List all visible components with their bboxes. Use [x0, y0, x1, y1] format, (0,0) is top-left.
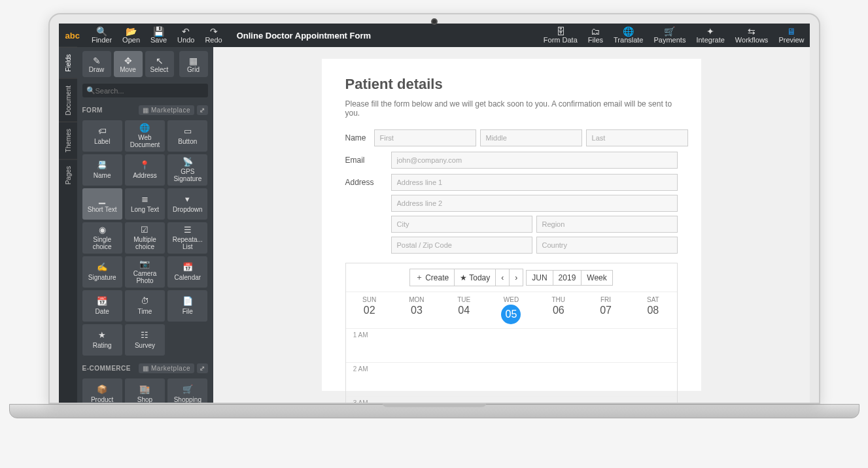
field-calendar[interactable]: 📅Calendar	[167, 256, 207, 288]
marketplace-button[interactable]: ▦ Marketplace	[139, 105, 194, 115]
redo-icon: ↷	[210, 27, 218, 36]
calendar-today-button[interactable]: ★Today	[455, 269, 496, 286]
field-address[interactable]: 📍Address	[125, 154, 165, 186]
calendar-year-button[interactable]: 2019	[553, 270, 582, 286]
search-input[interactable]	[95, 87, 204, 95]
input-postal-zip-code[interactable]	[391, 237, 532, 254]
field-survey[interactable]: ☷Survey	[125, 324, 165, 356]
star-icon: ★	[460, 273, 467, 282]
field-signature[interactable]: ✍Signature	[82, 256, 122, 288]
calendar-day-header: SUN02MON03TUE04WED05THU06FRI07SAT08	[346, 292, 677, 329]
topbar-workflows-button[interactable]: ⇆Workflows	[730, 24, 774, 47]
tool-draw-button[interactable]: ✎Draw	[82, 51, 111, 77]
topbar-open-button[interactable]: 📂Open	[117, 24, 145, 47]
calendar-day-08[interactable]: SAT08	[629, 292, 676, 328]
topbar-finder-button[interactable]: 🔍Finder	[86, 24, 117, 47]
input-middle[interactable]	[480, 129, 582, 146]
calendar-prev-button[interactable]: ‹	[496, 269, 510, 286]
topbar-save-button[interactable]: 💾Save	[145, 24, 172, 47]
topbar-integrate-button[interactable]: ✦Integrate	[691, 24, 729, 47]
calendar-day-02[interactable]: SUN02	[346, 292, 393, 328]
topbar-redo-button[interactable]: ↷Redo	[200, 24, 227, 47]
field-product[interactable]: 📦Product	[82, 378, 122, 403]
field-label[interactable]: 🏷Label	[82, 120, 122, 152]
input-country[interactable]	[536, 237, 678, 254]
calendar-day-04[interactable]: TUE04	[440, 292, 487, 328]
input-first[interactable]	[374, 129, 476, 146]
vtab-fields[interactable]: Fields	[59, 47, 77, 78]
app-screen: abc 🔍Finder📂Open💾Save↶Undo↷Redo Online D…	[59, 24, 810, 403]
tool-move-button[interactable]: ✥Move	[114, 51, 143, 77]
topbar-payments-button[interactable]: 🛒Payments	[649, 24, 691, 47]
field-button[interactable]: ▭Button	[167, 120, 207, 152]
field-camera-photo[interactable]: 📷Camera Photo	[125, 256, 165, 288]
topbar-form-data-button[interactable]: 🗄Form Data	[538, 24, 583, 47]
calendar-day-07[interactable]: FRI07	[582, 292, 629, 328]
calendar-day-05[interactable]: WED05	[487, 292, 534, 328]
field-shop[interactable]: 🏬Shop	[125, 378, 165, 403]
calendar-body[interactable]: 1 AM2 AM3 AM	[346, 329, 677, 403]
field-time[interactable]: ⏱Time	[125, 290, 165, 322]
laptop-base	[9, 404, 859, 418]
field-short-text[interactable]: ▁Short Text	[82, 188, 122, 220]
input-city[interactable]	[391, 216, 532, 233]
calendar-day-06[interactable]: THU06	[535, 292, 582, 328]
web-document-icon: 🌐	[139, 124, 150, 133]
form-subtitle: Please fill the form below and we will g…	[345, 99, 678, 118]
expand-icon[interactable]: ⤢	[197, 105, 208, 115]
input-address-line-2[interactable]	[391, 195, 678, 212]
input-region[interactable]	[536, 216, 678, 233]
section-header-form: FORM▦ Marketplace⤢	[77, 100, 213, 118]
vtab-document[interactable]: Document	[59, 78, 77, 122]
field-name[interactable]: 📇Name	[82, 154, 122, 186]
canvas[interactable]: Patient details Please fill the form bel…	[213, 47, 810, 403]
collapse-sidebar-button[interactable]: ›	[211, 51, 213, 67]
hour-label: 2 AM	[346, 363, 372, 373]
calendar-month-button[interactable]: JUN	[526, 270, 553, 286]
vertical-tabs: FieldsDocumentThemesPages	[59, 47, 77, 403]
field-long-text[interactable]: ≣Long Text	[125, 188, 165, 220]
vtab-pages[interactable]: Pages	[59, 159, 77, 191]
move-icon: ✥	[124, 56, 132, 66]
calendar-hour-row[interactable]: 1 AM	[346, 329, 677, 363]
expand-icon[interactable]: ⤢	[197, 363, 208, 373]
calendar-toolbar: ＋Create ★Today ‹ › JUN 2019 Week	[346, 263, 677, 292]
main-row: FieldsDocumentThemesPages › ✎Draw✥Move↖S…	[59, 47, 810, 403]
topbar-preview-button[interactable]: 🖥Preview	[773, 24, 809, 47]
field-gps-signature[interactable]: 📡GPS Signature	[167, 154, 207, 186]
search-icon: 🔍	[86, 86, 95, 95]
vtab-themes[interactable]: Themes	[59, 122, 77, 159]
field-repeata-list[interactable]: ☰Repeata... List	[167, 222, 207, 254]
topbar-translate-button[interactable]: 🌐Translate	[608, 24, 648, 47]
field-single-choice[interactable]: ◉Single choice	[82, 222, 122, 254]
form-row-name: Name	[345, 129, 678, 146]
input-john-company-com[interactable]	[391, 152, 678, 169]
tool-select-button[interactable]: ↖Select	[145, 51, 174, 77]
calendar-hour-row[interactable]: 3 AM	[346, 397, 677, 403]
field-multiple-choice[interactable]: ☑Multiple choice	[125, 222, 165, 254]
calendar-hour-row[interactable]: 2 AM	[346, 363, 677, 397]
field-date[interactable]: 📆Date	[82, 290, 122, 322]
calendar-create-button[interactable]: ＋Create	[409, 269, 455, 286]
topbar-undo-button[interactable]: ↶Undo	[172, 24, 200, 47]
fields-sidebar: › ✎Draw✥Move↖Select▦Grid 🔍 FORM▦ Marketp…	[77, 47, 213, 403]
hour-label: 1 AM	[346, 329, 372, 339]
save-icon: 💾	[153, 27, 164, 36]
calendar-day-03[interactable]: MON03	[393, 292, 440, 328]
input-last[interactable]	[586, 129, 688, 146]
tool-grid-button[interactable]: ▦Grid	[179, 51, 208, 77]
topbar-files-button[interactable]: 🗂Files	[583, 24, 608, 47]
rating-icon: ★	[98, 331, 106, 340]
date-icon: 📆	[97, 297, 107, 306]
field-web-document[interactable]: 🌐Web Document	[125, 120, 165, 152]
field-shopping[interactable]: 🛒Shopping	[167, 378, 207, 403]
calendar-next-button[interactable]: ›	[510, 269, 523, 286]
calendar-view-button[interactable]: Week	[582, 270, 612, 286]
field-rating[interactable]: ★Rating	[82, 324, 122, 356]
search-box[interactable]: 🔍	[82, 84, 208, 97]
marketplace-button[interactable]: ▦ Marketplace	[139, 363, 194, 373]
field-dropdown[interactable]: ▾Dropdown	[167, 188, 207, 220]
gps-signature-icon: 📡	[182, 158, 193, 167]
input-address-line-1[interactable]	[391, 174, 678, 191]
field-file[interactable]: 📄File	[167, 290, 207, 322]
